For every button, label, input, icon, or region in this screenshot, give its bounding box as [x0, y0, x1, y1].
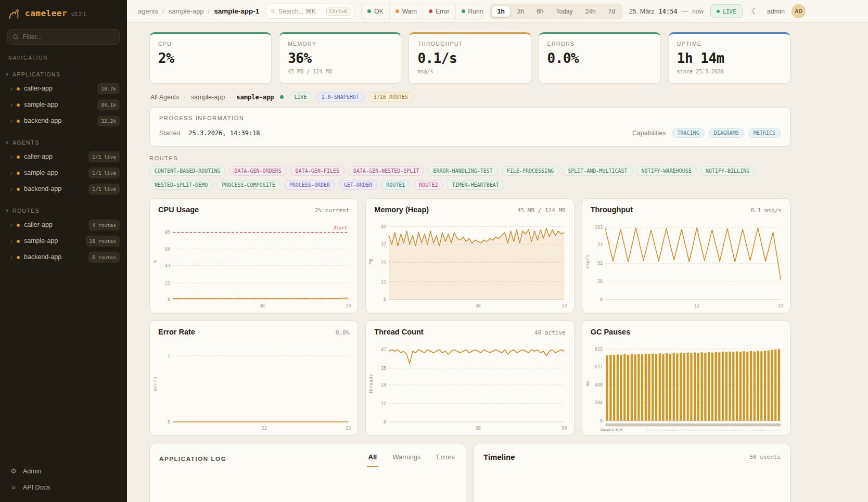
chart-current-value: 45 MB / 124 MB [517, 207, 566, 214]
sidebar-item-api-docs[interactable]: ≡ API Docs [5, 480, 122, 495]
route-pill-nested-split-demo[interactable]: NESTED-SPLIT-DEMO [149, 180, 213, 190]
log-panel-title: APPLICATION LOG [159, 456, 226, 467]
stat-card-errors: ERRORS0.0% [539, 32, 661, 84]
log-tab-warnings[interactable]: Warnings [391, 453, 422, 467]
status-dot-icon [17, 87, 20, 91]
avatar[interactable]: AD [792, 4, 806, 18]
status-filter-warn[interactable]: Warn [389, 4, 423, 19]
breadcrumb-current: sample-app-1 [214, 7, 259, 15]
stat-card-throughput: THROUGHPUT0.1/smsg/s [409, 32, 531, 84]
sidebar-item-agents-sample-app[interactable]: ›sample-app1/1 live [0, 165, 127, 181]
status-filter-ok[interactable]: OK [362, 4, 389, 19]
time-range-3h[interactable]: 3h [512, 6, 530, 17]
route-pill-error-handling-test[interactable]: ERROR-HANDLING-TEST [428, 166, 497, 176]
chart-plot: MB0122537493059 [366, 214, 573, 313]
sidebar-section-agents: AGENTS›caller-app1/1 live›sample-app1/1 … [0, 137, 127, 197]
agent-badge-3-16-routes: 3/16 ROUTES [368, 92, 413, 102]
status-filter-error[interactable]: Error [423, 4, 455, 19]
time-range-24h[interactable]: 24h [580, 6, 602, 17]
route-pill-notify-warehouse[interactable]: NOTIFY-WAREHOUSE [636, 166, 697, 176]
dark-mode-toggle[interactable]: ☾ [749, 6, 760, 17]
status-filter-label: Error [436, 8, 450, 15]
log-tab-all[interactable]: All [367, 453, 379, 467]
agent-crumb-all-agents[interactable]: All Agents [150, 94, 180, 101]
route-pill-content-based-routing[interactable]: CONTENT-BASED-ROUTING [149, 166, 225, 176]
svg-text:12: 12 [381, 279, 386, 285]
sidebar-item-applications-caller-app[interactable]: ›caller-app10.7k [0, 81, 127, 97]
search-icon [13, 34, 19, 40]
route-pill-get-order[interactable]: GET-ORDER [339, 180, 377, 190]
sidebar-footer: ⚙ Admin ≡ API Docs [0, 459, 127, 496]
gear-icon: ⚙ [9, 467, 18, 475]
route-pill-split-and-multicast[interactable]: SPLIT-AND-MULTICAST [563, 166, 632, 176]
svg-text:611: 611 [594, 364, 602, 369]
breadcrumb-separator: / [162, 7, 164, 15]
route-pill-process-order[interactable]: PROCESS-ORDER [284, 180, 335, 190]
status-filter-label: Warn [402, 8, 417, 15]
sidebar-item-agents-caller-app[interactable]: ›caller-app1/1 live [0, 149, 127, 165]
chevron-right-icon: › [10, 154, 12, 160]
svg-text:30: 30 [476, 426, 481, 431]
time-range-1h[interactable]: 1h [492, 6, 510, 17]
time-range-6h[interactable]: 6h [531, 6, 549, 17]
sidebar-section-header[interactable]: APPLICATIONS [0, 69, 127, 81]
agent-status-dot-icon [280, 95, 284, 99]
route-pill-file-processing[interactable]: FILE-PROCESSING [502, 166, 559, 176]
route-pill-timer-heartbeat[interactable]: TIMER-HEARTBEAT [446, 180, 504, 190]
agent-badge-live: LIVE [289, 92, 312, 102]
routes-title: ROUTES [149, 155, 790, 161]
svg-text:1: 1 [168, 353, 170, 358]
route-pill-data-gen-nested-split[interactable]: DATA-GEN-NESTED-SPLIT [348, 166, 424, 176]
camel-logo-icon [8, 8, 21, 20]
route-pill-route2[interactable]: ROUTE2 [414, 180, 443, 190]
agent-crumb-app[interactable]: sample-app [191, 94, 225, 101]
sidebar-item-admin[interactable]: ⚙ Admin [5, 464, 122, 479]
sidebar-filter[interactable] [7, 29, 120, 45]
svg-text:0: 0 [168, 297, 170, 302]
sidebar-section-header[interactable]: ROUTES [0, 205, 127, 217]
svg-text:0: 0 [600, 297, 603, 302]
main-area: agents / sample-app / sample-app-1 Ctrl+… [127, 0, 868, 502]
status-filter-group: OKWarnErrorRunning [361, 4, 483, 19]
stat-label: ERRORS [547, 41, 652, 47]
status-filter-running[interactable]: Running [455, 4, 483, 19]
sidebar-item-agents-backend-app[interactable]: ›backend-app1/1 live [0, 181, 127, 197]
svg-text:Alert: Alert [334, 225, 348, 230]
status-dot-icon [17, 104, 20, 107]
section-title: AGENTS [12, 139, 40, 146]
search-input[interactable] [278, 8, 322, 15]
live-indicator[interactable]: LIVE [710, 4, 742, 18]
date-range[interactable]: 25. März 14:54 — now [629, 8, 704, 15]
sidebar: cameleer v3.2.1 NAVIGATION APPLICATIONS›… [0, 0, 127, 502]
sidebar-item-routes-caller-app[interactable]: ›caller-app4 routes [0, 217, 127, 233]
route-pill-notify-billing[interactable]: NOTIFY-BILLING [700, 166, 755, 176]
sidebar-item-label: sample-app [24, 100, 58, 109]
sidebar-sections: APPLICATIONS›caller-app10.7k›sample-app8… [0, 61, 127, 265]
log-tab-errors[interactable]: Errors [435, 453, 456, 467]
svg-text:26: 26 [597, 278, 603, 284]
svg-text:77: 77 [597, 242, 603, 248]
moon-icon: ☾ [751, 7, 758, 16]
route-pill-data-gen-orders[interactable]: DATA-GEN-ORDERS [229, 166, 286, 176]
stat-sub: msg/s [417, 69, 522, 74]
time-range-today[interactable]: Today [551, 6, 579, 17]
breadcrumb-sample-app[interactable]: sample-app [169, 7, 204, 15]
sidebar-item-routes-sample-app[interactable]: ›sample-app16 routes [0, 233, 127, 249]
svg-text:85: 85 [165, 230, 170, 235]
crumb-separator: · [229, 94, 232, 101]
time-range-7d[interactable]: 7d [603, 6, 621, 17]
breadcrumb-agents[interactable]: agents [138, 7, 158, 15]
item-count-badge: 6 routes [88, 252, 120, 263]
route-pill-route1[interactable]: ROUTE1 [381, 180, 410, 190]
route-pill-process-composite[interactable]: PROCESS-COMPOSITE [216, 180, 280, 190]
application-log-panel: APPLICATION LOG AllWarningsErrors [149, 444, 466, 502]
route-pill-data-gen-files[interactable]: DATA-GEN-FILES [290, 166, 344, 176]
sidebar-item-applications-sample-app[interactable]: ›sample-app84.1k [0, 97, 127, 113]
sidebar-item-routes-backend-app[interactable]: ›backend-app6 routes [0, 249, 127, 265]
global-search[interactable]: Ctrl+K [266, 4, 354, 19]
sidebar-section-header[interactable]: AGENTS [0, 137, 127, 149]
sidebar-item-applications-backend-app[interactable]: ›backend-app32.2k [0, 113, 127, 129]
sidebar-item-label: caller-app [24, 221, 53, 229]
sidebar-filter-input[interactable] [23, 33, 114, 41]
search-shortcut-badge: Ctrl+K [326, 7, 350, 16]
